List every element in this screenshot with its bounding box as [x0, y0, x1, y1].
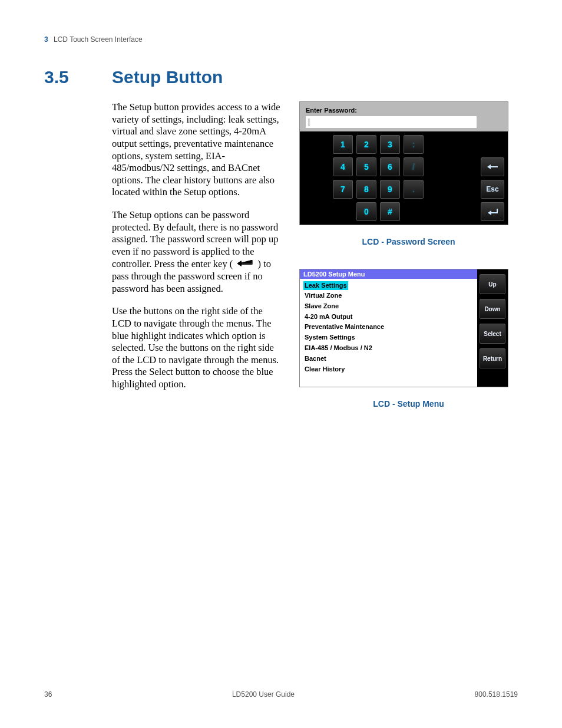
password-input[interactable]: | [306, 116, 477, 128]
keypad-0[interactable]: 0 [356, 202, 376, 221]
doc-title: LD5200 User Guide [232, 690, 295, 699]
page-number: 36 [44, 690, 52, 699]
keypad-dot[interactable]: . [404, 180, 424, 199]
setup-menu-header: LD5200 Setup Menu [300, 269, 477, 279]
body-paragraph-3: Use the buttons on the right side of the… [112, 305, 283, 390]
keypad-5[interactable]: 5 [356, 157, 376, 176]
keypad-9[interactable]: 9 [380, 180, 400, 199]
chapter-title: LCD Touch Screen Interface [54, 35, 143, 44]
page-footer: 36 LD5200 User Guide 800.518.1519 [44, 690, 518, 699]
escape-button[interactable]: Esc [481, 180, 504, 199]
nav-down-button[interactable]: Down [480, 299, 505, 319]
keypad-6[interactable]: 6 [380, 157, 400, 176]
keypad-3[interactable]: 3 [380, 135, 400, 154]
setup-item-eia485[interactable]: EIA-485 / Modbus / N2 [303, 343, 474, 353]
setup-item-4-20ma[interactable]: 4-20 mA Output [303, 312, 474, 322]
figure-caption-setup: LCD - Setup Menu [299, 399, 518, 409]
setup-item-clear-history[interactable]: Clear History [303, 364, 474, 374]
chapter-number: 3 [44, 35, 48, 44]
enter-button[interactable] [481, 202, 504, 221]
figure-password-screen: Enter Password: | 1 2 3 : 4 5 6 [299, 101, 508, 225]
keypad-1[interactable]: 1 [333, 135, 353, 154]
keypad-colon[interactable]: : [404, 135, 424, 154]
figure-setup-menu: LD5200 Setup Menu Leak Settings Virtual … [299, 269, 508, 387]
keypad-grid: 1 2 3 : 4 5 6 / 7 8 9 . 0 # [333, 135, 424, 221]
section-number: 3.5 [44, 67, 112, 87]
keypad-7[interactable]: 7 [333, 180, 353, 199]
keypad-8[interactable]: 8 [356, 180, 376, 199]
nav-return-button[interactable]: Return [480, 348, 505, 368]
running-header: 3 LCD Touch Screen Interface [44, 35, 518, 44]
setup-item-system-settings[interactable]: System Settings [303, 332, 474, 342]
keypad-hash[interactable]: # [380, 202, 400, 221]
figure-caption-password: LCD - Password Screen [299, 237, 518, 246]
phone-number: 800.518.1519 [475, 690, 518, 699]
body-paragraph-2: The Setup options can be password protec… [112, 209, 283, 295]
enter-icon [486, 207, 499, 216]
backspace-button[interactable] [481, 157, 504, 176]
setup-item-slave-zone[interactable]: Slave Zone [303, 301, 474, 311]
body-paragraph-1: The Setup button provides access to a wi… [112, 101, 283, 199]
setup-item-leak-settings[interactable]: Leak Settings [303, 281, 348, 290]
body-text-column: The Setup button provides access to a wi… [112, 101, 283, 423]
setup-item-virtual-zone[interactable]: Virtual Zone [303, 291, 474, 301]
backspace-icon [486, 164, 499, 170]
password-prompt-label: Enter Password: [306, 107, 502, 114]
section-title: Setup Button [112, 67, 223, 87]
setup-menu-list: Leak Settings Virtual Zone Slave Zone 4-… [300, 279, 477, 387]
keypad-4[interactable]: 4 [333, 157, 353, 176]
section-heading: 3.5 Setup Button [44, 67, 518, 87]
nav-select-button[interactable]: Select [480, 324, 505, 344]
keypad-2[interactable]: 2 [356, 135, 376, 154]
enter-key-icon [236, 258, 254, 271]
nav-up-button[interactable]: Up [480, 274, 505, 294]
setup-item-bacnet[interactable]: Bacnet [303, 354, 474, 364]
keypad-slash[interactable]: / [404, 157, 424, 176]
setup-item-preventative[interactable]: Preventative Maintenance [303, 322, 474, 332]
